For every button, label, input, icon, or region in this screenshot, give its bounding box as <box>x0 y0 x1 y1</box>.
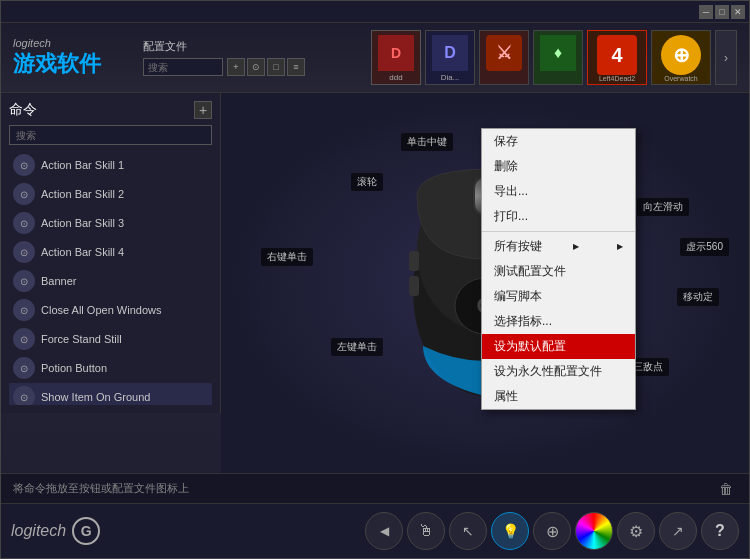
header: logitech 游戏软件 配置文件 + ⊙ □ ≡ D ddd <box>1 23 749 93</box>
main-window: ─ □ ✕ logitech 游戏软件 配置文件 + ⊙ □ ≡ <box>0 0 750 559</box>
context-menu-item-select_profile[interactable]: 选择指标... <box>482 309 635 334</box>
tab-green-game[interactable]: ♦ <box>533 30 583 85</box>
tab-overwatch[interactable]: ⊕ Overwatch <box>651 30 711 85</box>
context-menu-item-properties[interactable]: 属性 <box>482 384 635 409</box>
command-icon-9: ⊙ <box>13 386 35 405</box>
command-item-9[interactable]: ⊙ Show Item On Ground <box>9 383 212 405</box>
command-list: ⊙ Action Bar Skill 1 ⊙ Action Bar Skill … <box>9 151 212 405</box>
command-icon-2: ⊙ <box>13 183 35 205</box>
command-label-4: Action Bar Skill 4 <box>41 246 124 258</box>
nav-cursor-button[interactable]: ↖ <box>449 512 487 550</box>
tab-l4d2-label: Left4Dead2 <box>599 75 635 82</box>
command-item-8[interactable]: ⊙ Potion Button <box>9 354 212 382</box>
bottom-toolbar: logitech G ◀ 🖱 ↖ 💡 ⊕ ⚙ ↗ ? <box>1 503 749 558</box>
profile-add-btn[interactable]: + <box>227 58 245 76</box>
profile-icon-group: + ⊙ □ ≡ <box>227 58 305 76</box>
nav-share-button[interactable]: ↗ <box>659 512 697 550</box>
minimize-button[interactable]: ─ <box>699 5 713 19</box>
tab-ddd[interactable]: D ddd <box>371 30 421 85</box>
trash-button[interactable]: 🗑 <box>715 478 737 500</box>
context-menu-item-save[interactable]: 保存 <box>482 129 635 154</box>
context-menu-item-delete[interactable]: 删除 <box>482 154 635 179</box>
callout-scroll: 滚轮 <box>351 173 383 191</box>
command-item-2[interactable]: ⊙ Action Bar Skill 2 <box>9 180 212 208</box>
bottom-logo: logitech G <box>11 517 100 545</box>
profile-controls: + ⊙ □ ≡ <box>143 58 363 76</box>
command-icon-7: ⊙ <box>13 328 35 350</box>
command-label-3: Action Bar Skill 3 <box>41 217 124 229</box>
status-text: 将命令拖放至按钮或配置文件图标上 <box>13 481 189 496</box>
mouse-area: 单击中键 滚轮 右键单击 左键单击 向左滑动 虚示560 移动定 三敌点 <box>221 93 749 473</box>
tab-ddd-icon: D <box>378 35 414 71</box>
tab-more[interactable]: › <box>715 30 737 85</box>
nav-mouse-button[interactable]: 🖱 <box>407 512 445 550</box>
nav-lighting-button[interactable]: 💡 <box>491 512 529 550</box>
bottom-nav: ◀ 🖱 ↖ 💡 ⊕ ⚙ ↗ ? <box>365 512 739 550</box>
callout-dpi-up: 虚示560 <box>680 238 729 256</box>
context-menu-item-edit_script[interactable]: 编写脚本 <box>482 284 635 309</box>
sidebar: 命令 + ⊙ Action Bar Skill 1 ⊙ Action Bar S… <box>1 93 221 413</box>
tab-diablo[interactable]: D Dia... <box>425 30 475 85</box>
sidebar-title: 命令 <box>9 101 37 119</box>
profile-search-input[interactable] <box>143 58 223 76</box>
profile-menu-btn[interactable]: ≡ <box>287 58 305 76</box>
tab-green-icon: ♦ <box>540 35 576 71</box>
profile-refresh-btn[interactable]: ⊙ <box>247 58 265 76</box>
nav-back-button[interactable]: ◀ <box>365 512 403 550</box>
tab-red-icon: ⚔ <box>486 35 522 71</box>
status-bar: 将命令拖放至按钮或配置文件图标上 🗑 <box>1 473 749 503</box>
command-label-6: Close All Open Windows <box>41 304 161 316</box>
command-item-5[interactable]: ⊙ Banner <box>9 267 212 295</box>
command-icon-8: ⊙ <box>13 357 35 379</box>
context-menu-item-set_permanent[interactable]: 设为永久性配置文件 <box>482 359 635 384</box>
context-menu-item-export[interactable]: 导出... <box>482 179 635 204</box>
context-menu-item-debug[interactable]: 测试配置文件 <box>482 259 635 284</box>
callout-middle-click: 单击中键 <box>401 133 453 151</box>
command-icon-4: ⊙ <box>13 241 35 263</box>
sidebar-search-input[interactable] <box>9 125 212 145</box>
game-tabs: D ddd D Dia... ⚔ ♦ 4 Left4Dead2 <box>371 30 737 85</box>
close-button[interactable]: ✕ <box>731 5 745 19</box>
maximize-button[interactable]: □ <box>715 5 729 19</box>
tab-ow-icon: ⊕ <box>661 35 701 75</box>
callout-right-click: 右键单击 <box>261 248 313 266</box>
svg-rect-4 <box>409 251 419 271</box>
command-label-9: Show Item On Ground <box>41 391 150 403</box>
profile-section: 配置文件 + ⊙ □ ≡ <box>133 39 363 76</box>
nav-help-button[interactable]: ? <box>701 512 739 550</box>
brand-name: logitech <box>13 37 133 49</box>
tab-diablo-icon: D <box>432 35 468 71</box>
callout-dpi-down: 移动定 <box>677 288 719 306</box>
nav-gear-button[interactable]: ⚙ <box>617 512 655 550</box>
command-item-7[interactable]: ⊙ Force Stand Still <box>9 325 212 353</box>
sidebar-add-button[interactable]: + <box>194 101 212 119</box>
command-icon-6: ⊙ <box>13 299 35 321</box>
nav-globe-button[interactable]: ⊕ <box>533 512 571 550</box>
bottom-brand-text: logitech <box>11 522 66 540</box>
app-title: 游戏软件 <box>13 49 133 79</box>
tab-left4dead2[interactable]: 4 Left4Dead2 <box>587 30 647 85</box>
command-item-1[interactable]: ⊙ Action Bar Skill 1 <box>9 151 212 179</box>
command-icon-3: ⊙ <box>13 212 35 234</box>
tab-diablo-label: Dia... <box>441 73 460 82</box>
callout-forward: 向左滑动 <box>637 198 689 216</box>
sidebar-header: 命令 + <box>9 101 212 119</box>
context-menu-item-all_keys[interactable]: 所有按键▶ <box>482 234 635 259</box>
profile-folder-btn[interactable]: □ <box>267 58 285 76</box>
profile-label: 配置文件 <box>143 39 363 54</box>
command-icon-5: ⊙ <box>13 270 35 292</box>
tab-red-game[interactable]: ⚔ <box>479 30 529 85</box>
svg-rect-5 <box>409 276 419 296</box>
command-item-3[interactable]: ⊙ Action Bar Skill 3 <box>9 209 212 237</box>
logo-area: logitech 游戏软件 <box>13 37 133 79</box>
content-wrapper: 命令 + ⊙ Action Bar Skill 1 ⊙ Action Bar S… <box>1 93 749 473</box>
nav-color-button[interactable] <box>575 512 613 550</box>
context-separator-1 <box>482 231 635 232</box>
command-item-4[interactable]: ⊙ Action Bar Skill 4 <box>9 238 212 266</box>
context-menu-item-set_default[interactable]: 设为默认配置 <box>482 334 635 359</box>
command-label-7: Force Stand Still <box>41 333 122 345</box>
callout-left-click: 左键单击 <box>331 338 383 356</box>
command-item-6[interactable]: ⊙ Close All Open Windows <box>9 296 212 324</box>
context-menu-item-print[interactable]: 打印... <box>482 204 635 229</box>
bottom-logo-g: G <box>72 517 100 545</box>
